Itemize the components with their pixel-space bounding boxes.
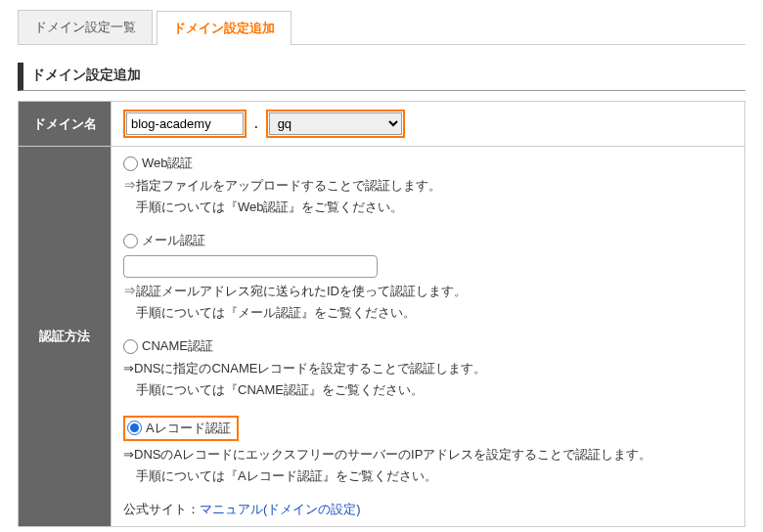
tabs: ドメイン設定一覧 ドメイン設定追加 [18, 10, 745, 45]
auth-web-desc2: 手順については『Web認証』をご覧ください。 [123, 197, 733, 218]
auth-arec-title: Aレコード認証 [146, 420, 231, 437]
label-auth-method: 認証方法 [19, 147, 112, 527]
domain-name-input[interactable] [126, 112, 244, 135]
auth-cname-block: CNAME認証 ⇒DNSに指定のCNAMEレコードを設定することで認証します。 … [123, 337, 733, 401]
label-domain-name: ドメイン名 [19, 102, 112, 147]
auth-arec-block: Aレコード認証 ⇒DNSのAレコードにエックスフリーのサーバーのIPアドレスを設… [123, 416, 733, 487]
auth-cname-title: CNAME認証 [142, 337, 213, 355]
auth-web-desc1: ⇒指定ファイルをアップロードすることで認証します。 [123, 175, 733, 197]
auth-mail-desc1: ⇒認証メールアドレス宛に送られたIDを使って認証します。 [123, 281, 733, 302]
auth-mail-radio[interactable] [123, 234, 138, 248]
official-label: 公式サイト： [123, 502, 200, 516]
auth-mail-title: メール認証 [142, 232, 205, 249]
section-title: ドメイン設定追加 [18, 63, 745, 91]
auth-web-title: Web認証 [142, 155, 194, 172]
auth-arec-desc1: ⇒DNSのAレコードにエックスフリーのサーバーのIPアドレスを設定することで認証… [123, 444, 733, 466]
auth-arec-desc2: 手順については『Aレコード認証』をご覧ください。 [123, 466, 733, 487]
domain-form-table: ドメイン名 . gq 認証方法 Web認証 [18, 101, 745, 527]
auth-cname-desc1: ⇒DNSに指定のCNAMEレコードを設定することで認証します。 [123, 358, 733, 379]
auth-arec-radio[interactable] [127, 421, 142, 435]
cell-auth-method: Web認証 ⇒指定ファイルをアップロードすることで認証します。 手順については『… [112, 147, 745, 527]
auth-mail-input[interactable] [123, 255, 378, 278]
domain-tld-select[interactable]: gq [269, 112, 402, 135]
auth-mail-block: メール認証 ⇒認証メールアドレス宛に送られたIDを使って認証します。 手順につい… [123, 232, 733, 324]
auth-mail-desc2: 手順については『メール認証』をご覧ください。 [123, 302, 733, 324]
official-site-row: 公式サイト：マニュアル(ドメインの設定) [123, 501, 733, 518]
cell-domain-name: . gq [112, 102, 745, 147]
official-link[interactable]: マニュアル(ドメインの設定) [200, 502, 361, 516]
tab-domain-add[interactable]: ドメイン設定追加 [157, 11, 292, 45]
auth-cname-radio[interactable] [123, 339, 138, 354]
domain-dot: . [254, 116, 258, 131]
auth-cname-desc2: 手順については『CNAME認証』をご覧ください。 [123, 379, 733, 401]
tab-domain-list[interactable]: ドメイン設定一覧 [18, 10, 153, 44]
auth-web-block: Web認証 ⇒指定ファイルをアップロードすることで認証します。 手順については『… [123, 155, 733, 218]
auth-web-radio[interactable] [123, 156, 138, 171]
